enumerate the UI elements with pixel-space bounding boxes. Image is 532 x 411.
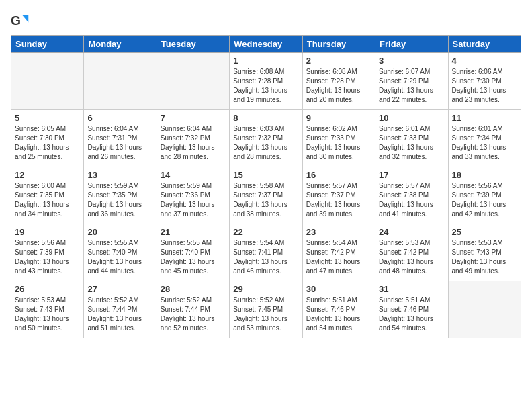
weekday-wednesday: Wednesday: [230, 36, 302, 53]
day-info: Sunrise: 6:08 AMSunset: 7:28 PMDaylight:…: [306, 67, 371, 105]
calendar-cell: 18Sunrise: 5:56 AMSunset: 7:39 PMDayligh…: [448, 167, 521, 224]
calendar-table: SundayMondayTuesdayWednesdayThursdayFrid…: [11, 35, 521, 338]
calendar-cell: 13Sunrise: 5:59 AMSunset: 7:35 PMDayligh…: [84, 167, 157, 224]
day-info: Sunrise: 6:04 AMSunset: 7:31 PMDaylight:…: [87, 124, 152, 162]
day-number: 4: [452, 56, 517, 66]
calendar-cell: [157, 53, 229, 110]
day-info: Sunrise: 5:58 AMSunset: 7:37 PMDaylight:…: [233, 181, 298, 219]
day-number: 20: [87, 227, 152, 237]
day-info: Sunrise: 5:56 AMSunset: 7:39 PMDaylight:…: [15, 238, 80, 276]
day-info: Sunrise: 5:55 AMSunset: 7:40 PMDaylight:…: [161, 238, 226, 276]
calendar-cell: 3Sunrise: 6:07 AMSunset: 7:29 PMDaylight…: [375, 53, 448, 110]
calendar-cell: 4Sunrise: 6:06 AMSunset: 7:30 PMDaylight…: [448, 53, 521, 110]
day-info: Sunrise: 6:07 AMSunset: 7:29 PMDaylight:…: [379, 67, 444, 105]
day-info: Sunrise: 5:55 AMSunset: 7:40 PMDaylight:…: [87, 238, 152, 276]
day-number: 15: [233, 170, 298, 180]
day-info: Sunrise: 5:54 AMSunset: 7:41 PMDaylight:…: [233, 238, 298, 276]
day-number: 23: [306, 227, 371, 237]
day-number: 2: [306, 56, 371, 66]
calendar-cell: 1Sunrise: 6:08 AMSunset: 7:28 PMDaylight…: [230, 53, 302, 110]
week-row-5: 26Sunrise: 5:53 AMSunset: 7:43 PMDayligh…: [11, 281, 521, 338]
day-number: 14: [161, 170, 226, 180]
day-info: Sunrise: 6:02 AMSunset: 7:33 PMDaylight:…: [306, 124, 371, 162]
week-row-2: 5Sunrise: 6:05 AMSunset: 7:30 PMDaylight…: [11, 110, 521, 167]
calendar-cell: 31Sunrise: 5:51 AMSunset: 7:46 PMDayligh…: [375, 281, 448, 338]
calendar-cell: 20Sunrise: 5:55 AMSunset: 7:40 PMDayligh…: [84, 224, 157, 281]
calendar-cell: 7Sunrise: 6:04 AMSunset: 7:32 PMDaylight…: [157, 110, 229, 167]
day-info: Sunrise: 5:59 AMSunset: 7:36 PMDaylight:…: [161, 181, 226, 219]
day-info: Sunrise: 6:08 AMSunset: 7:28 PMDaylight:…: [233, 67, 298, 105]
day-info: Sunrise: 6:01 AMSunset: 7:33 PMDaylight:…: [379, 124, 444, 162]
logo-icon: G: [11, 11, 30, 30]
day-info: Sunrise: 5:52 AMSunset: 7:44 PMDaylight:…: [161, 295, 226, 333]
svg-marker-1: [23, 15, 29, 23]
weekday-tuesday: Tuesday: [157, 36, 229, 53]
calendar-cell: 24Sunrise: 5:53 AMSunset: 7:42 PMDayligh…: [375, 224, 448, 281]
weekday-thursday: Thursday: [302, 36, 375, 53]
day-info: Sunrise: 5:51 AMSunset: 7:46 PMDaylight:…: [379, 295, 444, 333]
day-info: Sunrise: 5:53 AMSunset: 7:42 PMDaylight:…: [379, 238, 444, 276]
week-row-3: 12Sunrise: 6:00 AMSunset: 7:35 PMDayligh…: [11, 167, 521, 224]
day-number: 1: [233, 56, 298, 66]
day-info: Sunrise: 6:00 AMSunset: 7:35 PMDaylight:…: [15, 181, 80, 219]
calendar-cell: 9Sunrise: 6:02 AMSunset: 7:33 PMDaylight…: [302, 110, 375, 167]
day-info: Sunrise: 5:52 AMSunset: 7:45 PMDaylight:…: [233, 295, 298, 333]
day-info: Sunrise: 5:57 AMSunset: 7:38 PMDaylight:…: [379, 181, 444, 219]
day-info: Sunrise: 5:53 AMSunset: 7:43 PMDaylight:…: [15, 295, 80, 333]
day-number: 19: [15, 227, 80, 237]
calendar-cell: 28Sunrise: 5:52 AMSunset: 7:44 PMDayligh…: [157, 281, 229, 338]
calendar-cell: 2Sunrise: 6:08 AMSunset: 7:28 PMDaylight…: [302, 53, 375, 110]
day-number: 16: [306, 170, 371, 180]
calendar-cell: 15Sunrise: 5:58 AMSunset: 7:37 PMDayligh…: [230, 167, 302, 224]
logo: G: [11, 11, 32, 30]
day-info: Sunrise: 5:51 AMSunset: 7:46 PMDaylight:…: [306, 295, 371, 333]
day-number: 7: [161, 113, 226, 123]
day-number: 5: [15, 113, 80, 123]
calendar-cell: 30Sunrise: 5:51 AMSunset: 7:46 PMDayligh…: [302, 281, 375, 338]
day-info: Sunrise: 6:06 AMSunset: 7:30 PMDaylight:…: [452, 67, 517, 105]
day-number: 25: [452, 227, 517, 237]
svg-text:G: G: [11, 13, 21, 28]
day-info: Sunrise: 5:57 AMSunset: 7:37 PMDaylight:…: [306, 181, 371, 219]
day-number: 10: [379, 113, 444, 123]
calendar-cell: [84, 53, 157, 110]
week-row-1: 1Sunrise: 6:08 AMSunset: 7:28 PMDaylight…: [11, 53, 521, 110]
day-info: Sunrise: 5:56 AMSunset: 7:39 PMDaylight:…: [452, 181, 517, 219]
day-info: Sunrise: 6:03 AMSunset: 7:32 PMDaylight:…: [233, 124, 298, 162]
day-number: 8: [233, 113, 298, 123]
calendar-cell: 12Sunrise: 6:00 AMSunset: 7:35 PMDayligh…: [11, 167, 84, 224]
day-info: Sunrise: 5:53 AMSunset: 7:43 PMDaylight:…: [452, 238, 517, 276]
calendar-cell: 23Sunrise: 5:54 AMSunset: 7:42 PMDayligh…: [302, 224, 375, 281]
day-number: 3: [379, 56, 444, 66]
day-number: 24: [379, 227, 444, 237]
calendar-cell: 21Sunrise: 5:55 AMSunset: 7:40 PMDayligh…: [157, 224, 229, 281]
weekday-friday: Friday: [375, 36, 448, 53]
day-number: 9: [306, 113, 371, 123]
day-number: 27: [87, 284, 152, 294]
calendar-cell: [11, 53, 84, 110]
calendar-cell: 8Sunrise: 6:03 AMSunset: 7:32 PMDaylight…: [230, 110, 302, 167]
calendar-cell: 22Sunrise: 5:54 AMSunset: 7:41 PMDayligh…: [230, 224, 302, 281]
calendar-cell: 27Sunrise: 5:52 AMSunset: 7:44 PMDayligh…: [84, 281, 157, 338]
week-row-4: 19Sunrise: 5:56 AMSunset: 7:39 PMDayligh…: [11, 224, 521, 281]
calendar-cell: 25Sunrise: 5:53 AMSunset: 7:43 PMDayligh…: [448, 224, 521, 281]
day-number: 18: [452, 170, 517, 180]
weekday-sunday: Sunday: [11, 36, 84, 53]
page-header: G: [11, 11, 521, 30]
weekday-header-row: SundayMondayTuesdayWednesdayThursdayFrid…: [11, 36, 521, 53]
day-number: 6: [87, 113, 152, 123]
day-number: 30: [306, 284, 371, 294]
calendar-cell: 5Sunrise: 6:05 AMSunset: 7:30 PMDaylight…: [11, 110, 84, 167]
calendar-cell: 26Sunrise: 5:53 AMSunset: 7:43 PMDayligh…: [11, 281, 84, 338]
day-info: Sunrise: 5:52 AMSunset: 7:44 PMDaylight:…: [87, 295, 152, 333]
calendar-cell: [448, 281, 521, 338]
day-info: Sunrise: 5:59 AMSunset: 7:35 PMDaylight:…: [87, 181, 152, 219]
weekday-saturday: Saturday: [448, 36, 521, 53]
day-number: 28: [161, 284, 226, 294]
calendar-cell: 10Sunrise: 6:01 AMSunset: 7:33 PMDayligh…: [375, 110, 448, 167]
calendar-cell: 11Sunrise: 6:01 AMSunset: 7:34 PMDayligh…: [448, 110, 521, 167]
calendar-cell: 17Sunrise: 5:57 AMSunset: 7:38 PMDayligh…: [375, 167, 448, 224]
weekday-monday: Monday: [84, 36, 157, 53]
day-info: Sunrise: 6:04 AMSunset: 7:32 PMDaylight:…: [161, 124, 226, 162]
day-number: 11: [452, 113, 517, 123]
